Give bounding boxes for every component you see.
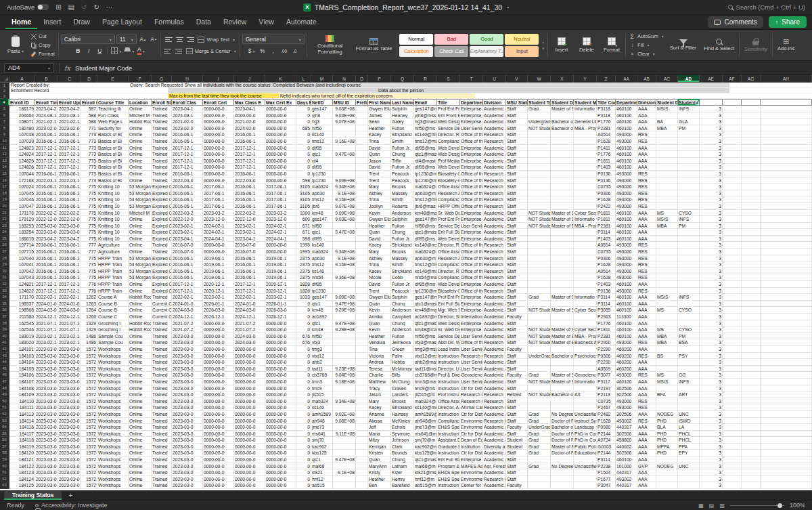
- cell[interactable]: 0000-00-0: [203, 398, 234, 405]
- cell[interactable]: [742, 391, 761, 398]
- cell[interactable]: Research: [483, 274, 506, 281]
- cell[interactable]: Enterprise: [460, 216, 483, 223]
- align-right-button[interactable]: [185, 35, 195, 44]
- cell[interactable]: Director, St: [437, 314, 460, 320]
- cell[interactable]: 211580: [9, 314, 35, 320]
- cell[interactable]: 0000-00-0: [203, 125, 234, 132]
- page-break-view-button[interactable]: ▥: [719, 503, 725, 509]
- cell[interactable]: 0: [296, 307, 311, 314]
- cell[interactable]: EH&S Spec: [437, 424, 460, 431]
- cell[interactable]: P1811: [597, 158, 616, 165]
- cell[interactable]: 3: [700, 346, 723, 353]
- cell[interactable]: 0000-00-0: [265, 366, 296, 373]
- cell[interactable]: Enterprise: [460, 119, 483, 125]
- cell[interactable]: 53 Morgan: [129, 203, 152, 210]
- cell[interactable]: NOT Studen: [528, 307, 551, 314]
- cell[interactable]: [656, 385, 678, 392]
- cell[interactable]: [574, 398, 597, 405]
- cell[interactable]: Staff: [506, 404, 528, 411]
- cell[interactable]: [528, 203, 551, 210]
- cell[interactable]: 2023-03-0: [172, 482, 203, 489]
- cell[interactable]: [551, 281, 574, 288]
- cell[interactable]: [551, 476, 574, 483]
- cell[interactable]: [574, 151, 597, 158]
- cell[interactable]: 2024-08-1: [172, 112, 203, 119]
- cell[interactable]: hlf50: [311, 333, 333, 340]
- cell[interactable]: 0000-00-0: [265, 249, 296, 255]
- row-number[interactable]: 29: [0, 261, 9, 268]
- cell[interactable]: Staff: [506, 131, 528, 138]
- cell[interactable]: 2017-12-1: [35, 158, 58, 165]
- cell[interactable]: Online: [129, 372, 152, 379]
- cell[interactable]: 0000-00-0: [234, 398, 265, 405]
- cell[interactable]: 9.47E+08: [333, 229, 356, 236]
- ribbon-tab-draw[interactable]: Draw: [67, 15, 96, 29]
- cell[interactable]: km48@ma: [414, 307, 437, 314]
- cell[interactable]: [723, 229, 742, 236]
- cell[interactable]: [656, 255, 678, 262]
- column-header-E[interactable]: E: [97, 75, 129, 82]
- cell[interactable]: AAA: [637, 151, 656, 158]
- cell[interactable]: Johnson: [391, 437, 414, 444]
- cell[interactable]: Online: [129, 437, 152, 444]
- cell[interactable]: Staff: [506, 469, 528, 476]
- cell[interactable]: Online: [129, 229, 152, 236]
- cell[interactable]: Sutphin: [391, 294, 414, 301]
- cell[interactable]: Online: [129, 450, 152, 456]
- cell[interactable]: [574, 184, 597, 190]
- cell[interactable]: [678, 112, 700, 119]
- cell[interactable]: 1572: [81, 450, 97, 456]
- cell[interactable]: [356, 106, 368, 112]
- cell[interactable]: Trent: [368, 171, 391, 177]
- cell[interactable]: 0000-00-0: [234, 359, 265, 366]
- cell[interactable]: mab324@: [414, 249, 437, 255]
- cell[interactable]: P3117: [597, 379, 616, 385]
- cell[interactable]: [761, 353, 812, 360]
- cell[interactable]: 0: [296, 456, 311, 463]
- cell[interactable]: [742, 424, 761, 431]
- undo-icon[interactable]: ↺: [81, 3, 87, 11]
- cell[interactable]: 184106: [9, 372, 35, 379]
- cell[interactable]: 2023-02-0: [35, 125, 58, 132]
- cell[interactable]: 2022-02-1: [58, 294, 81, 301]
- cell[interactable]: 53 Morgan: [129, 268, 152, 275]
- cell[interactable]: 2016-06-1: [172, 196, 203, 203]
- cell[interactable]: Unclassifie: [574, 463, 597, 470]
- column-header-AC[interactable]: AC: [656, 75, 678, 82]
- cell[interactable]: Fulton Jr.: [391, 164, 414, 171]
- cell[interactable]: 2016-06-1: [35, 203, 58, 210]
- cell[interactable]: 0000-00-0: [265, 379, 296, 385]
- cell[interactable]: Anderson: [391, 210, 414, 217]
- cell[interactable]: [742, 177, 761, 184]
- cell[interactable]: Mary: [368, 398, 391, 405]
- cell[interactable]: 0000-00-0: [203, 171, 234, 177]
- cell[interactable]: Grad: [528, 372, 551, 379]
- cell[interactable]: Workshops: [97, 424, 129, 431]
- cell[interactable]: P0306: [597, 255, 616, 262]
- cell[interactable]: P3118: [597, 112, 616, 119]
- column-header-Q[interactable]: Q: [391, 75, 414, 82]
- cell[interactable]: Strickland: [391, 268, 414, 275]
- cell[interactable]: PPA: [678, 444, 700, 450]
- cell[interactable]: 171178: [9, 210, 35, 217]
- cell[interactable]: 3105: [296, 196, 311, 203]
- cell[interactable]: 2023-03-0: [172, 398, 203, 405]
- cell[interactable]: [742, 112, 761, 119]
- cell[interactable]: 2017-12-1: [35, 288, 58, 295]
- cell[interactable]: 2024-12-1: [35, 314, 58, 320]
- cell[interactable]: P3114: [597, 294, 616, 301]
- cell[interactable]: [761, 131, 812, 138]
- cell[interactable]: vbj3: [311, 339, 333, 346]
- cell[interactable]: 2024-01-0: [35, 301, 58, 307]
- cell[interactable]: AAA: [637, 210, 656, 217]
- cell[interactable]: Kacey: [368, 131, 391, 138]
- cell[interactable]: 1572: [81, 444, 97, 450]
- cell[interactable]: [656, 404, 678, 411]
- cell[interactable]: Office of th: [460, 131, 483, 138]
- cell[interactable]: 1572: [81, 353, 97, 360]
- cell[interactable]: [742, 320, 761, 327]
- cell[interactable]: [723, 307, 742, 314]
- column-header-Z[interactable]: Z: [597, 75, 616, 82]
- cell[interactable]: [742, 456, 761, 463]
- cell[interactable]: 598: [296, 236, 311, 242]
